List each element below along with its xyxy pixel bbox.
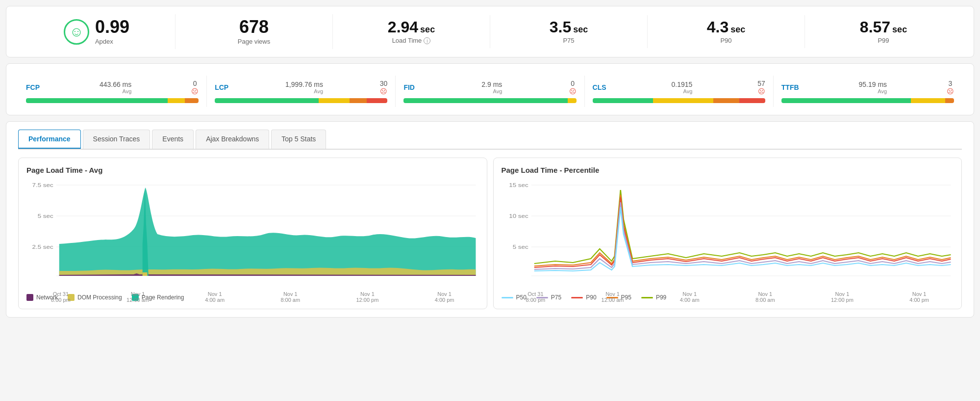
- fcp-avg: 443.66 ms: [100, 80, 131, 88]
- lcp-count: 30: [380, 80, 388, 87]
- cls-count: 57: [757, 80, 765, 87]
- ttfb-name: TTFB: [781, 83, 799, 91]
- svg-text:7.5 sec: 7.5 sec: [32, 182, 53, 188]
- fcp-alert-icon: ☹: [191, 87, 199, 95]
- fid-avg: 2.9 ms: [481, 80, 502, 88]
- apdex-label: Apdex: [95, 38, 129, 45]
- p75-label: P75: [563, 37, 574, 44]
- lcp-name: LCP: [215, 83, 228, 91]
- fid-bar: [403, 98, 576, 103]
- load-time-unit: sec: [420, 25, 435, 35]
- page-views-stat: 678 Page views: [176, 14, 333, 49]
- vitals-row: FCP 443.66 ms Avg 0 ☹ LCP: [18, 76, 962, 107]
- apdex-value: 0.99: [95, 18, 129, 36]
- tab-session-traces[interactable]: Session Traces: [83, 130, 151, 149]
- top-stats-card: ☺ 0.99 Apdex 678 Page views 2.94 sec Loa…: [6, 6, 974, 57]
- svg-text:5 sec: 5 sec: [512, 244, 528, 250]
- p90-label: P90: [720, 37, 731, 44]
- top-stats-row: ☺ 0.99 Apdex 678 Page views 2.94 sec Loa…: [18, 14, 962, 49]
- vital-lcp: LCP 1,999.76 ms Avg 30 ☹: [207, 76, 396, 107]
- ttfb-avg: 95.19 ms: [859, 80, 887, 88]
- lcp-bar: [215, 98, 387, 103]
- tab-events[interactable]: Events: [152, 130, 194, 149]
- p75-unit: sec: [573, 25, 588, 35]
- percentile-chart-svg: 15 sec 10 sec 5 sec: [502, 180, 954, 288]
- load-time-value: 2.94: [388, 19, 418, 35]
- fid-name: FID: [403, 83, 415, 91]
- fcp-count: 0: [193, 80, 197, 87]
- svg-text:5 sec: 5 sec: [38, 213, 53, 219]
- tab-top-5-stats[interactable]: Top 5 Stats: [271, 130, 326, 149]
- p90-stat: 4.3 sec P90: [648, 15, 805, 48]
- svg-text:15 sec: 15 sec: [509, 182, 528, 188]
- performance-card: Performance Session Traces Events Ajax B…: [6, 121, 974, 318]
- tab-performance[interactable]: Performance: [18, 130, 81, 149]
- ttfb-alert-icon: ☹: [947, 87, 954, 95]
- lcp-alert-icon: ☹: [380, 87, 387, 95]
- cls-avg: 0.1915: [672, 80, 693, 88]
- tab-ajax-breakdowns[interactable]: Ajax Breakdowns: [196, 130, 269, 149]
- p90-value: 4.3: [707, 19, 729, 35]
- lcp-avg: 1,999.76 ms: [285, 80, 323, 88]
- tabs-row: Performance Session Traces Events Ajax B…: [18, 130, 962, 150]
- apdex-stat: ☺ 0.99 Apdex: [18, 14, 176, 49]
- fcp-bar: [26, 98, 199, 103]
- cls-bar: [593, 98, 765, 103]
- cls-alert-icon: ☹: [758, 87, 765, 95]
- percentile-chart-title: Page Load Time - Percentile: [502, 166, 954, 174]
- avg-chart-title: Page Load Time - Avg: [26, 166, 479, 174]
- percentile-chart-x-labels: Oct 318:00 pm Nov 112:00 am Nov 14:00 am…: [502, 290, 954, 303]
- page-views-label: Page views: [238, 38, 270, 45]
- load-time-info-icon[interactable]: i: [424, 37, 430, 44]
- p99-unit: sec: [892, 25, 907, 35]
- percentile-chart-card: Page Load Time - Percentile 15 sec 10 se…: [493, 158, 962, 309]
- vital-fid: FID 2.9 ms Avg 0 ☹: [396, 76, 584, 107]
- avg-chart-card: Page Load Time - Avg 7.5 sec 5 sec 2.5 s…: [18, 158, 487, 309]
- charts-row: Page Load Time - Avg 7.5 sec 5 sec 2.5 s…: [18, 158, 962, 309]
- avg-chart-svg: 7.5 sec 5 sec 2.5 sec: [26, 180, 479, 288]
- avg-chart-area: 7.5 sec 5 sec 2.5 sec Oct 318:00 pm: [26, 180, 479, 288]
- vital-fcp: FCP 443.66 ms Avg 0 ☹: [18, 76, 207, 107]
- web-vitals-card: FCP 443.66 ms Avg 0 ☹ LCP: [6, 63, 974, 115]
- apdex-smiley-icon: ☺: [64, 19, 89, 45]
- p75-value: 3.5: [550, 19, 571, 35]
- p75-stat: 3.5 sec P75: [490, 15, 648, 48]
- load-time-stat: 2.94 sec Load Time i: [333, 15, 490, 48]
- p90-unit: sec: [730, 25, 745, 35]
- p99-value: 8.57: [860, 19, 890, 35]
- ttfb-bar: [781, 98, 954, 103]
- avg-chart-x-labels: Oct 318:00 pm Nov 112:00 am Nov 14:00 am…: [26, 290, 479, 303]
- vital-ttfb: TTFB 95.19 ms Avg 3 ☹: [774, 76, 962, 107]
- fid-count: 0: [571, 80, 575, 87]
- percentile-chart-area: 15 sec 10 sec 5 sec Oct 318:: [502, 180, 954, 288]
- vital-cls: CLS 0.1915 Avg 57 ☹: [585, 76, 774, 107]
- fid-alert-icon: ☹: [569, 87, 577, 95]
- load-time-label: Load Time i: [392, 37, 431, 44]
- cls-name: CLS: [593, 83, 606, 91]
- svg-text:2.5 sec: 2.5 sec: [32, 244, 53, 250]
- page-views-value: 678: [239, 18, 269, 36]
- ttfb-count: 3: [949, 80, 953, 87]
- svg-text:10 sec: 10 sec: [509, 213, 528, 219]
- p99-label: P99: [878, 37, 889, 44]
- p99-stat: 8.57 sec P99: [805, 15, 962, 48]
- fcp-name: FCP: [26, 83, 40, 91]
